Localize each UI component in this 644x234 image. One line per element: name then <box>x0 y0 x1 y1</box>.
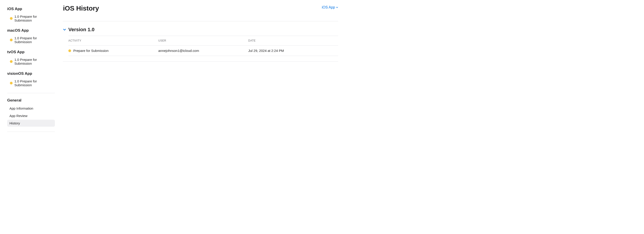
sidebar-item-label: 1.0 Prepare for Submission <box>14 36 55 44</box>
sidebar: iOS App 1.0 Prepare for Submission macOS… <box>0 0 58 234</box>
history-table: ACTIVITY USER DATE Prepare for Submissio… <box>68 36 338 56</box>
sidebar-platform-tvos: tvOS App 1.0 Prepare for Submission <box>0 50 58 66</box>
column-header-activity: ACTIVITY <box>68 39 158 42</box>
sidebar-heading-general: General <box>7 98 55 103</box>
user-cell: annejohnson1@icloud.com <box>158 49 248 52</box>
column-header-user: USER <box>158 39 248 42</box>
status-pending-icon <box>68 49 71 52</box>
activity-label: Prepare for Submission <box>73 49 108 52</box>
sidebar-divider <box>7 93 55 93</box>
status-pending-icon <box>10 82 12 84</box>
date-cell: Jul 29, 2024 at 2:24 PM <box>248 49 338 52</box>
status-pending-icon <box>10 60 12 63</box>
version-title: Version 1.0 <box>68 27 94 32</box>
activity-cell: Prepare for Submission <box>68 49 158 52</box>
sidebar-link-history[interactable]: History <box>7 120 55 127</box>
main-content: iOS History iOS App Version 1.0 ACTIVITY… <box>58 0 346 234</box>
sidebar-item-visionos-version[interactable]: 1.0 Prepare for Submission <box>7 78 55 88</box>
sidebar-general-group: General App Information App Review Histo… <box>0 98 58 127</box>
sidebar-item-label: 1.0 Prepare for Submission <box>14 79 55 87</box>
status-pending-icon <box>10 39 12 41</box>
platform-selector-label: iOS App <box>322 5 335 9</box>
page-title: iOS History <box>63 4 99 12</box>
sidebar-platform-ios: iOS App 1.0 Prepare for Submission <box>0 7 58 23</box>
sidebar-divider <box>7 132 55 132</box>
version-disclosure-toggle[interactable]: Version 1.0 <box>63 27 338 32</box>
table-row: Prepare for Submission annejohnson1@iclo… <box>68 45 338 56</box>
sidebar-platform-visionos: visionOS App 1.0 Prepare for Submission <box>0 71 58 88</box>
status-pending-icon <box>10 17 12 20</box>
sidebar-link-app-information[interactable]: App Information <box>7 105 55 112</box>
sidebar-platform-macos: macOS App 1.0 Prepare for Submission <box>0 28 58 45</box>
version-section: Version 1.0 ACTIVITY USER DATE Prepare f… <box>63 21 338 61</box>
sidebar-item-macos-version[interactable]: 1.0 Prepare for Submission <box>7 35 55 45</box>
sidebar-item-ios-version[interactable]: 1.0 Prepare for Submission <box>7 13 55 23</box>
platform-selector[interactable]: iOS App <box>322 5 338 9</box>
chevron-down-icon <box>336 6 338 8</box>
sidebar-item-label: 1.0 Prepare for Submission <box>14 14 55 22</box>
sidebar-item-tvos-version[interactable]: 1.0 Prepare for Submission <box>7 57 55 66</box>
page-header: iOS History iOS App <box>63 4 338 21</box>
sidebar-heading-macos[interactable]: macOS App <box>7 28 55 33</box>
sidebar-heading-tvos[interactable]: tvOS App <box>7 50 55 54</box>
chevron-down-icon <box>63 28 66 31</box>
sidebar-item-label: 1.0 Prepare for Submission <box>14 58 55 65</box>
column-header-date: DATE <box>248 39 338 42</box>
sidebar-heading-visionos[interactable]: visionOS App <box>7 71 55 76</box>
sidebar-heading-ios[interactable]: iOS App <box>7 7 55 11</box>
sidebar-link-app-review[interactable]: App Review <box>7 112 55 119</box>
table-header-row: ACTIVITY USER DATE <box>68 36 338 45</box>
